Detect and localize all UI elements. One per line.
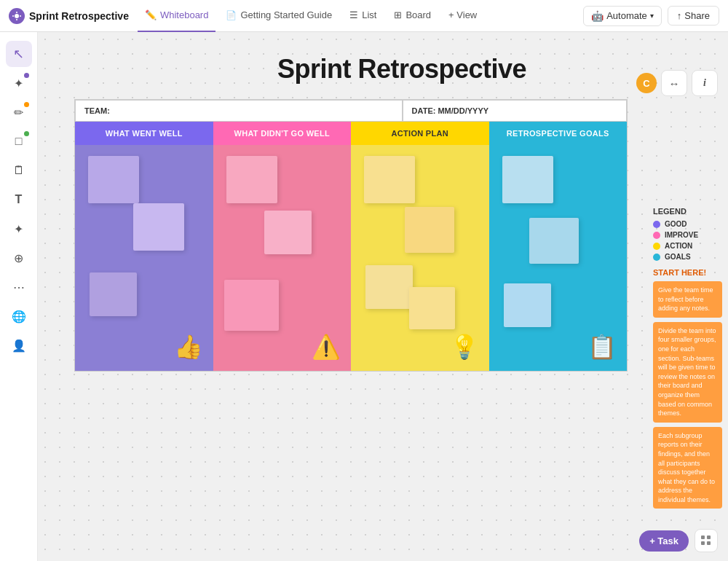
sticky-note[interactable] bbox=[88, 156, 139, 203]
tab-view[interactable]: + View bbox=[441, 0, 484, 32]
sticky-note[interactable] bbox=[529, 218, 579, 264]
left-toolbar: ↖ ✦ ✏ □ 🗒 T ✦ ⊕ ⋯ 🌐 bbox=[0, 32, 38, 561]
app-logo: Sprint Retrospective bbox=[9, 8, 129, 24]
sticky-note[interactable] bbox=[502, 156, 553, 203]
board-columns-body: 👍 ⚠️ 💡 bbox=[75, 145, 627, 371]
sticky-note[interactable] bbox=[364, 156, 415, 203]
profile-icon: 👤 bbox=[12, 339, 26, 353]
instruction-card-1: Give the team time to reflect before add… bbox=[653, 281, 722, 318]
tab-whiteboard[interactable]: ✏️ Whiteboard bbox=[138, 0, 215, 32]
profile-tool[interactable]: 👤 bbox=[6, 332, 32, 358]
sparkle-tool[interactable]: ✦ bbox=[6, 216, 32, 242]
legend-label-action: ACTION bbox=[665, 242, 692, 250]
whiteboard-tab-icon: ✏️ bbox=[145, 9, 157, 20]
col-body-retro-goals[interactable]: 📋 bbox=[489, 145, 628, 371]
sticky-note[interactable] bbox=[405, 207, 454, 253]
col-header-action-plan: ACTION PLAN bbox=[351, 122, 489, 145]
lightbulb-icon: 💡 bbox=[450, 333, 479, 361]
legend-title: LEGEND bbox=[653, 207, 722, 216]
select-tool[interactable]: ↖ bbox=[6, 41, 32, 67]
shape-icon: □ bbox=[15, 135, 23, 148]
text-icon: T bbox=[15, 193, 23, 206]
board-title: Sprint Retrospective bbox=[74, 54, 728, 85]
globe-icon: 🌐 bbox=[12, 310, 26, 323]
pen-dot bbox=[24, 73, 29, 78]
tab-list[interactable]: ☰ List bbox=[342, 0, 384, 32]
board-columns-header: WHAT WENT WELL WHAT DIDN'T GO WELL ACTIO… bbox=[75, 122, 627, 145]
sticky-note[interactable] bbox=[504, 283, 551, 327]
col-header-didnt-go: WHAT DIDN'T GO WELL bbox=[213, 122, 352, 145]
draw-tool[interactable]: ✏ bbox=[6, 99, 32, 125]
automate-label: Automate bbox=[606, 10, 647, 21]
thumbs-up-icon: 👍 bbox=[174, 333, 203, 361]
date-cell: DATE: MM/DD/YYYY bbox=[403, 100, 627, 122]
canvas-area[interactable]: C ↔ i Sprint Retrospective TEAM: DATE: M… bbox=[38, 32, 728, 561]
globe-tool[interactable]: 🌐 bbox=[6, 303, 32, 329]
retro-board: TEAM: DATE: MM/DD/YYYY WHAT WENT WELL WH… bbox=[74, 99, 628, 372]
doc-icon: 📄 bbox=[226, 10, 237, 20]
sticky-note[interactable] bbox=[133, 203, 184, 251]
app-title: Sprint Retrospective bbox=[29, 10, 129, 22]
legend-item-improve: IMPROVE bbox=[653, 231, 722, 239]
org-tool[interactable]: ⊕ bbox=[6, 245, 32, 271]
pen-tool[interactable]: ✦ bbox=[6, 70, 32, 96]
share-icon: ↑ bbox=[677, 10, 682, 21]
legend-item-goals: GOALS bbox=[653, 253, 722, 261]
tab-getting-started[interactable]: 📄 Getting Started Guide bbox=[218, 0, 339, 32]
sticky-note[interactable] bbox=[90, 272, 137, 316]
sticky-note[interactable] bbox=[365, 265, 413, 309]
automate-button[interactable]: 🤖 Automate ▾ bbox=[583, 6, 662, 26]
legend-panel: LEGEND GOOD IMPROVE ACTION GOALS ST bbox=[653, 207, 722, 513]
col-header-went-well: WHAT WENT WELL bbox=[75, 122, 213, 145]
task-button[interactable]: + Task bbox=[639, 530, 689, 552]
whiteboard-content: Sprint Retrospective TEAM: DATE: MM/DD/Y… bbox=[74, 54, 728, 372]
col-header-retro-goals: RETROSPECTIVE GOALS bbox=[489, 122, 628, 145]
notes-icon: 📋 bbox=[587, 333, 617, 361]
shape-tool[interactable]: □ bbox=[6, 128, 32, 154]
automate-icon: 🤖 bbox=[591, 10, 604, 22]
sticky-note[interactable] bbox=[224, 280, 279, 331]
note-tool[interactable]: 🗒 bbox=[6, 157, 32, 184]
col-body-action-plan[interactable]: 💡 bbox=[351, 145, 489, 371]
sticky-note[interactable] bbox=[226, 156, 277, 203]
connect-icon: ⋯ bbox=[13, 280, 25, 294]
legend-label-goals: GOALS bbox=[665, 253, 691, 261]
share-label: Share bbox=[684, 10, 710, 21]
task-label: + Task bbox=[649, 536, 678, 546]
note-icon: 🗒 bbox=[13, 164, 25, 177]
board-tab-label: Board bbox=[405, 9, 431, 20]
legend-item-good: GOOD bbox=[653, 220, 722, 228]
text-tool[interactable]: T bbox=[6, 187, 32, 213]
col-body-didnt-go[interactable]: ⚠️ bbox=[213, 145, 352, 371]
sparkle-icon: ✦ bbox=[14, 222, 23, 236]
apps-icon bbox=[701, 536, 711, 546]
draw-icon: ✏ bbox=[14, 106, 23, 119]
list-icon: ☰ bbox=[349, 9, 358, 20]
shape-dot bbox=[24, 131, 29, 136]
app-logo-icon bbox=[9, 8, 25, 24]
sticky-note[interactable] bbox=[264, 211, 312, 254]
legend-label-good: GOOD bbox=[665, 220, 687, 228]
sticky-note[interactable] bbox=[409, 287, 455, 329]
view-tab-label: + View bbox=[448, 9, 477, 20]
legend-item-action: ACTION bbox=[653, 242, 722, 250]
svg-point-0 bbox=[15, 14, 19, 18]
instruction-card-2: Divide the team into four smaller groups… bbox=[653, 322, 722, 423]
draw-dot bbox=[24, 102, 29, 107]
instruction-card-3: Each subgroup reports on their findings,… bbox=[653, 427, 722, 509]
share-button[interactable]: ↑ Share bbox=[668, 6, 719, 26]
tab-board[interactable]: ⊞ Board bbox=[387, 0, 438, 32]
apps-button[interactable] bbox=[695, 529, 718, 552]
team-cell: TEAM: bbox=[75, 100, 403, 122]
top-nav: Sprint Retrospective ✏️ Whiteboard 📄 Get… bbox=[0, 0, 728, 32]
org-icon: ⊕ bbox=[14, 251, 23, 265]
nav-right: 🤖 Automate ▾ ↑ Share bbox=[583, 6, 719, 26]
pen-icon: ✦ bbox=[14, 76, 23, 90]
legend-dot-good bbox=[653, 221, 660, 228]
automate-chevron: ▾ bbox=[650, 12, 654, 20]
legend-dot-action bbox=[653, 243, 660, 250]
connect-tool[interactable]: ⋯ bbox=[6, 274, 32, 300]
start-here-label: START HERE! bbox=[653, 268, 722, 277]
warning-icon: ⚠️ bbox=[312, 333, 341, 361]
col-body-went-well[interactable]: 👍 bbox=[75, 145, 213, 371]
